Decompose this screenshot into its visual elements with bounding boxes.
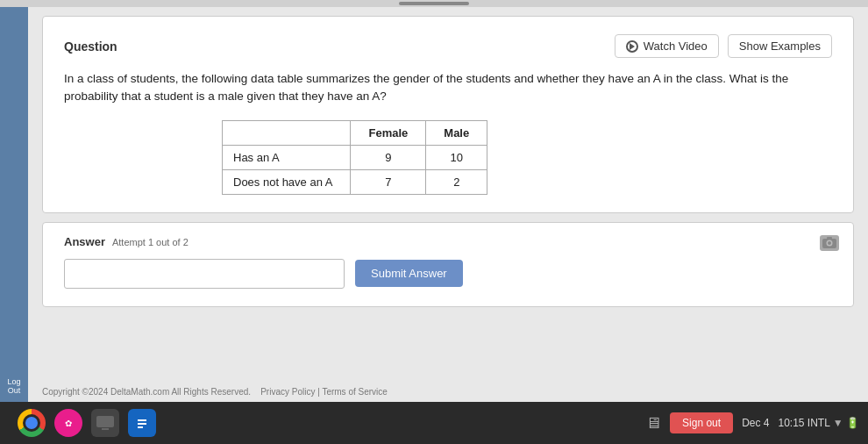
submit-answer-button[interactable]: Submit Answer [355, 260, 463, 287]
table-cell-female-2: 7 [351, 169, 426, 194]
svg-rect-11 [138, 426, 143, 428]
svg-text:✿: ✿ [65, 419, 72, 428]
show-examples-label: Show Examples [739, 39, 821, 53]
camera-icon-wrapper [820, 235, 839, 251]
taskbar: ✿ 🖥 Sign out Dec 4 10:15 [0, 402, 868, 444]
table-row: Does not have an A 7 2 [223, 169, 487, 194]
show-examples-button[interactable]: Show Examples [728, 34, 832, 58]
table-cell-male-1: 10 [426, 145, 487, 169]
taskbar-right: 🖥 Sign out Dec 4 10:15 INTL ▼ 🔋 [645, 412, 859, 433]
question-text: In a class of students, the following da… [64, 70, 832, 106]
question-label: Question [64, 39, 117, 54]
table-header-row: Female Male [223, 120, 487, 145]
tv-icon[interactable] [91, 409, 119, 437]
screen-icon: 🖥 [645, 414, 661, 433]
chrome-icon[interactable] [18, 409, 46, 437]
table-header-male: Male [426, 120, 487, 145]
apps-icon[interactable]: ✿ [54, 409, 82, 437]
footer-bar: Copyright ©2024 DeltaMath.com All Rights… [28, 381, 868, 402]
submit-answer-label: Submit Answer [371, 267, 447, 280]
answer-row: Submit Answer [64, 259, 832, 289]
sign-out-label: Sign out [682, 417, 721, 429]
wifi-icon: ▼ [833, 417, 843, 429]
svg-rect-7 [102, 428, 109, 430]
answer-header: Answer Attempt 1 out of 2 [64, 235, 832, 248]
watch-video-button[interactable]: Watch Video [615, 34, 719, 58]
table-cell-male-2: 2 [426, 169, 487, 194]
card-header: Question Watch Video Show Examples [64, 34, 832, 58]
play-icon [626, 40, 638, 53]
logout-text[interactable]: Log Out [0, 377, 28, 395]
scrollbar-track[interactable] [0, 0, 868, 7]
svg-rect-6 [96, 416, 114, 427]
watch-video-label: Watch Video [644, 39, 708, 53]
table-cell-label-2: Does not have an A [223, 169, 351, 194]
sidebar [0, 7, 28, 402]
data-table: Female Male Has an A 9 10 Does not have … [222, 120, 487, 195]
answer-label: Answer [64, 235, 105, 248]
sidebar-logout-area: Log Out [0, 349, 28, 402]
svg-rect-3 [827, 237, 832, 240]
answer-card: Answer Attempt 1 out of 2 Submit Answer [42, 222, 854, 307]
svg-rect-9 [138, 419, 146, 421]
footer-copyright: Copyright ©2024 DeltaMath.com All Rights… [42, 387, 388, 397]
table-row: Has an A 9 10 [223, 145, 487, 169]
sign-out-button[interactable]: Sign out [670, 412, 733, 433]
svg-rect-10 [138, 423, 146, 425]
table-cell-female-1: 9 [351, 145, 426, 169]
svg-point-2 [828, 241, 831, 245]
taskbar-time: 10:15 INTL ▼ 🔋 [779, 417, 860, 429]
table-header-female: Female [351, 120, 426, 145]
question-card: Question Watch Video Show Examples In a … [42, 16, 854, 213]
answer-input[interactable] [64, 259, 345, 289]
taskbar-date: Dec 4 [742, 417, 769, 429]
camera-icon [820, 235, 839, 251]
battery-icon: 🔋 [846, 417, 859, 429]
files-icon[interactable] [128, 409, 156, 437]
taskbar-icons: ✿ [18, 409, 156, 437]
header-buttons: Watch Video Show Examples [615, 34, 832, 58]
scrollbar-thumb [399, 2, 469, 5]
content-panel: Question Watch Video Show Examples In a … [28, 7, 868, 402]
table-header-empty [223, 120, 351, 145]
attempt-label: Attempt 1 out of 2 [112, 237, 189, 247]
table-cell-label-1: Has an A [223, 145, 351, 169]
